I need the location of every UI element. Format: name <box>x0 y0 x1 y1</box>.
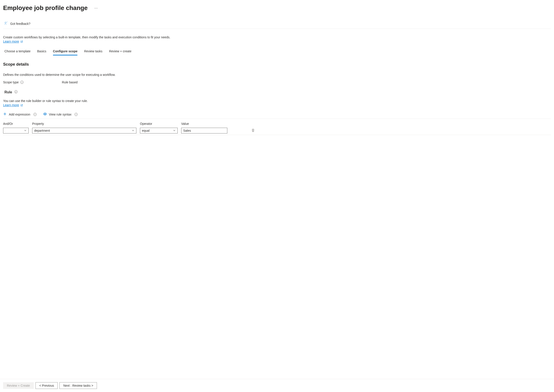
column-property: Property <box>32 122 136 126</box>
rule-learn-more-label: Learn more <box>3 103 19 107</box>
rule-heading-text: Rule <box>4 90 12 94</box>
value-text: Sales <box>183 129 191 132</box>
learn-more-link[interactable]: Learn more <box>3 40 23 43</box>
scope-type-label: Scope type i <box>3 80 62 84</box>
rule-description: You can use the rule builder or rule syn… <box>3 99 551 103</box>
add-expression-label: Add expression <box>9 113 30 116</box>
tab-basics[interactable]: Basics <box>37 49 46 56</box>
rule-heading: Rule i <box>4 90 18 94</box>
operator-value: equal <box>142 129 149 132</box>
page-description: Create custom workflows by selecting a b… <box>3 35 551 39</box>
tab-configure-scope[interactable]: Configure scope <box>53 49 77 56</box>
external-link-icon <box>21 104 23 106</box>
view-rule-syntax-label: View rule syntax <box>49 113 72 116</box>
andor-select[interactable] <box>3 128 29 133</box>
more-icon[interactable]: ⋯ <box>94 6 98 10</box>
info-icon[interactable]: i <box>75 113 78 116</box>
column-operator: Operator <box>140 122 178 126</box>
learn-more-label: Learn more <box>3 40 19 43</box>
operator-select[interactable]: equal <box>140 128 178 133</box>
info-icon[interactable]: i <box>21 81 23 84</box>
feedback-label: Got feedback? <box>10 22 30 26</box>
chevron-down-icon <box>24 129 27 132</box>
info-icon[interactable]: i <box>34 113 37 116</box>
tabs: Choose a template Basics Configure scope… <box>3 49 551 56</box>
feedback-icon <box>4 21 8 26</box>
column-andor: And/Or <box>3 122 29 126</box>
page-title: Employee job profile change <box>3 4 88 12</box>
external-link-icon <box>21 40 23 43</box>
rule-table-header: And/Or Property Operator Value <box>3 122 551 126</box>
trash-icon[interactable] <box>251 129 255 133</box>
chevron-down-icon <box>173 129 176 132</box>
scope-details-title: Scope details <box>3 62 551 67</box>
value-input[interactable]: Sales <box>181 128 227 133</box>
scope-details-description: Defines the conditions used to determine… <box>3 73 551 77</box>
rule-learn-more-link[interactable]: Learn more <box>3 103 23 107</box>
feedback-link[interactable]: Got feedback? <box>3 21 551 29</box>
eye-icon <box>43 112 47 116</box>
tab-choose-template[interactable]: Choose a template <box>4 49 31 56</box>
chevron-down-icon <box>132 129 134 132</box>
scope-type-label-text: Scope type <box>3 80 19 84</box>
property-select[interactable]: department <box>32 128 136 133</box>
add-expression-button[interactable]: Add expression i <box>3 112 37 116</box>
plus-icon <box>3 112 7 116</box>
tab-review-create[interactable]: Review + create <box>109 49 132 56</box>
svg-point-0 <box>5 22 6 23</box>
rule-row: department equal Sales <box>3 128 551 135</box>
column-value: Value <box>181 122 227 126</box>
info-icon[interactable]: i <box>14 90 18 93</box>
view-rule-syntax-button[interactable]: View rule syntax i <box>43 112 78 116</box>
tab-review-tasks[interactable]: Review tasks <box>84 49 102 56</box>
property-value: department <box>34 129 50 132</box>
svg-point-1 <box>45 113 45 114</box>
scope-type-value: Rule based <box>62 80 78 84</box>
